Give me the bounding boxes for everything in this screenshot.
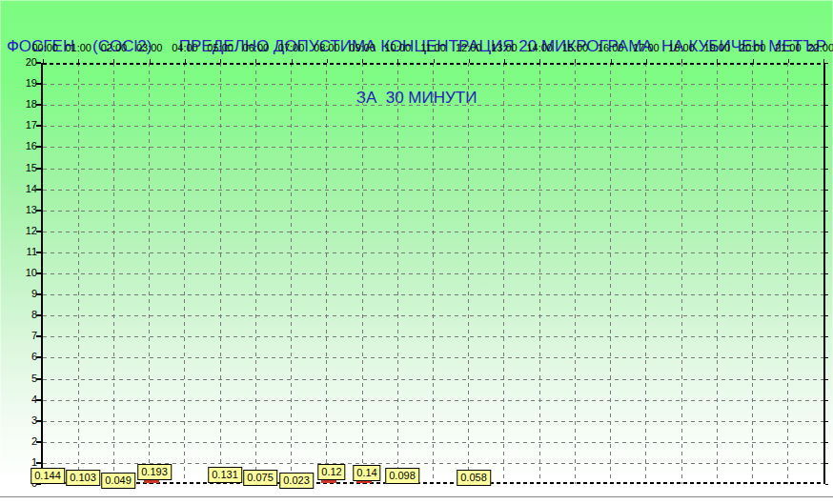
x-axis-label: 02:00 (101, 42, 128, 54)
y-axis-tick-right (825, 484, 828, 485)
y-axis-tick-right (825, 294, 828, 295)
y-axis-label: 14 (0, 183, 37, 195)
x-axis-label: 04:00 (172, 42, 198, 54)
gridline-horizontal (43, 169, 823, 170)
y-axis-label: 3 (0, 414, 37, 427)
x-axis-label: 00:00 (31, 42, 58, 54)
gridline-horizontal (43, 232, 823, 232)
y-axis-tick-right (825, 273, 828, 274)
x-axis-label: 17:00 (633, 42, 660, 54)
gridline-horizontal (43, 211, 823, 212)
y-axis-label: 12 (0, 225, 37, 237)
y-axis-tick-right (825, 84, 828, 85)
phosgene-concentration-chart: ФОСГЕН (COCl2) ПРЕДЕЛНО ДОПУСТИМА КОНЦЕН… (0, 0, 833, 504)
value-label: 0.058 (457, 470, 491, 486)
value-label: 0.023 (279, 473, 314, 489)
gridline-horizontal (43, 126, 823, 127)
x-axis-label: 10:00 (385, 42, 412, 54)
gridline-horizontal (43, 336, 823, 337)
x-axis-label: 22:00 (807, 42, 833, 54)
y-axis-tick-right (825, 169, 828, 170)
y-axis-tick-right (825, 147, 828, 148)
x-axis-label: 14:00 (526, 42, 553, 54)
gridline-horizontal (43, 442, 823, 443)
gridline-horizontal (43, 315, 823, 316)
y-axis-label: 18 (0, 98, 37, 111)
x-axis-label: 16:00 (598, 42, 624, 54)
y-axis-tick-right (825, 190, 828, 191)
x-axis-label: 01:00 (65, 42, 91, 54)
plot-border-top (43, 63, 823, 65)
value-label: 0.131 (208, 467, 242, 483)
gridline-horizontal (43, 421, 823, 422)
y-axis-label: 8 (0, 309, 37, 321)
y-axis-tick-right (825, 357, 828, 358)
x-axis-label: 13:00 (491, 42, 518, 54)
plot-area (41, 63, 825, 484)
y-axis-tick-right (825, 315, 828, 316)
y-axis-tick-right (825, 400, 828, 401)
y-axis-label: 10 (0, 267, 37, 279)
gridline-horizontal (43, 379, 823, 380)
value-label: 0.14 (353, 465, 380, 481)
x-axis-label: 21:00 (775, 42, 802, 54)
y-axis-tick-right (825, 126, 828, 127)
y-axis-label: 13 (0, 204, 37, 216)
x-axis-label: 18:00 (668, 42, 695, 54)
plot-border-bottom (43, 482, 823, 484)
x-axis-label: 20:00 (740, 42, 766, 54)
window-bottom-edge-highlight (0, 497, 833, 498)
y-axis-tick-right (825, 442, 828, 443)
gridline-horizontal (43, 400, 823, 401)
x-axis-label: 15:00 (562, 42, 589, 54)
y-axis-tick-right (825, 379, 828, 380)
y-axis-tick-right (825, 421, 828, 422)
value-label: 0.098 (385, 468, 419, 484)
gridline-horizontal (43, 84, 823, 85)
y-axis-tick-right (825, 105, 828, 106)
y-axis-label: 15 (0, 162, 37, 174)
gridline-horizontal (43, 105, 823, 106)
value-label: 0.075 (243, 470, 277, 486)
value-label: 0.12 (317, 464, 345, 480)
x-axis-label: 05:00 (207, 42, 234, 54)
y-axis-label: 2 (0, 435, 37, 448)
gridline-horizontal (43, 190, 823, 191)
x-axis-label: 08:00 (314, 42, 340, 54)
value-label: 0.144 (30, 468, 65, 484)
y-axis-label: 7 (0, 330, 37, 342)
y-axis-label: 6 (0, 351, 37, 363)
y-axis-label: 17 (0, 119, 37, 131)
y-axis-tick-right (825, 463, 828, 464)
y-axis-tick-right (825, 252, 828, 253)
y-axis-label: 19 (0, 77, 37, 90)
x-axis-label: 11:00 (420, 42, 446, 54)
value-label: 0.193 (137, 464, 172, 480)
x-axis-label: 07:00 (278, 42, 305, 54)
x-axis-label: 06:00 (243, 42, 270, 54)
y-axis-label: 20 (0, 56, 37, 69)
y-axis-label: 4 (0, 393, 37, 406)
y-axis-label: 11 (0, 246, 37, 258)
x-axis-label: 03:00 (136, 42, 163, 54)
y-axis-label: 5 (0, 373, 37, 385)
data-bar (321, 480, 336, 483)
y-axis-tick-right (825, 336, 828, 337)
gridline-horizontal (43, 294, 823, 295)
gridline-horizontal (43, 147, 823, 148)
x-axis-label: 12:00 (456, 42, 482, 54)
gridline-horizontal (43, 273, 823, 274)
y-axis-tick-right (825, 63, 828, 64)
value-label: 0.103 (66, 470, 100, 486)
value-label: 0.049 (101, 473, 135, 489)
x-axis-label: 19:00 (704, 42, 731, 54)
y-axis-label: 9 (0, 288, 37, 300)
x-axis-label: 09:00 (349, 42, 376, 54)
y-axis-label: 16 (0, 140, 37, 152)
y-axis-tick-right (825, 211, 828, 212)
gridline-horizontal (43, 252, 823, 253)
gridline-horizontal (43, 357, 823, 358)
y-axis-tick-right (825, 232, 828, 232)
